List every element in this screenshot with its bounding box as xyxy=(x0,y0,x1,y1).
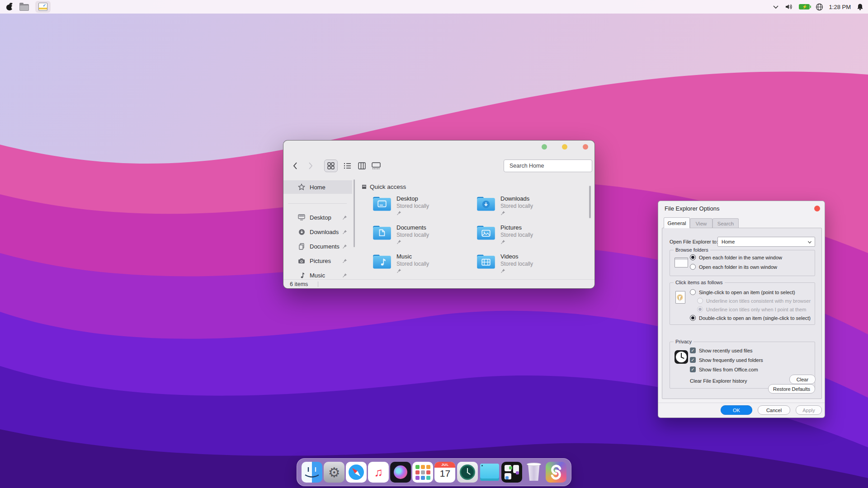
list-view-button[interactable] xyxy=(340,160,354,172)
sidebar-item-desktop[interactable]: Desktop xyxy=(283,211,352,224)
tile-videos[interactable]: Videos Stored locally xyxy=(476,253,580,282)
file-explorer-options-menu-icon[interactable]: ✓ xyxy=(35,1,51,13)
pin-icon xyxy=(500,268,533,273)
file-manager-window: Home Desktop Downloads Document xyxy=(283,140,595,289)
radio-same-window[interactable]: Open each folder in the same window xyxy=(690,254,782,260)
radio-underline-consistent: Underline icon titles consistent with my… xyxy=(697,298,811,304)
pin-icon xyxy=(396,211,429,216)
pin-icon xyxy=(342,258,347,263)
camera-icon xyxy=(298,257,305,264)
tile-documents[interactable]: Documents Stored locally xyxy=(372,224,476,253)
battery-icon[interactable]: ⚡ xyxy=(799,4,810,9)
notifications-bell-icon[interactable] xyxy=(857,3,863,10)
ok-button[interactable]: OK xyxy=(721,405,752,415)
restore-defaults-button[interactable]: Restore Defaults xyxy=(768,384,815,394)
sidebar-item-documents[interactable]: Documents xyxy=(283,240,352,253)
apple-menu-icon[interactable] xyxy=(6,3,13,11)
sidebar-item-downloads[interactable]: Downloads xyxy=(283,225,352,238)
search-input[interactable] xyxy=(504,160,592,172)
clear-button[interactable]: Clear xyxy=(789,375,816,384)
checkbox-icon: ✓ xyxy=(690,347,696,353)
traffic-light-green[interactable] xyxy=(542,144,547,150)
radio-single-click[interactable]: Single-click to open an item (point to s… xyxy=(690,289,795,295)
general-tab-panel: Open File Explorer to: Home Browse folde… xyxy=(662,228,822,399)
download-circle-icon xyxy=(298,228,305,235)
browse-folders-group: Browse folders Open each folder in the s… xyxy=(670,250,815,276)
pin-icon xyxy=(500,239,533,244)
quick-access-icon xyxy=(362,185,366,189)
traffic-light-yellow[interactable] xyxy=(562,144,567,150)
apply-button[interactable]: Apply xyxy=(796,405,822,415)
pin-icon xyxy=(396,239,429,244)
forward-button[interactable] xyxy=(305,160,316,171)
open-to-label: Open File Explorer to: xyxy=(670,239,718,244)
dock-icon-music[interactable]: ♫ xyxy=(368,462,389,483)
menu-bar-clock[interactable]: 1:28 PM xyxy=(829,4,851,10)
radio-icon xyxy=(697,306,703,312)
sidebar-scrollbar[interactable] xyxy=(354,179,355,247)
files-menu-icon[interactable] xyxy=(19,4,29,11)
back-button[interactable] xyxy=(290,160,301,171)
dialog-title: File Explorer Options xyxy=(665,205,719,212)
quick-access-grid: Desktop Stored locally Downloads Stored … xyxy=(372,195,580,282)
checkbox-recent-files[interactable]: ✓ Show recently used files xyxy=(690,347,753,353)
tile-desktop[interactable]: Desktop Stored locally xyxy=(372,195,476,224)
desktop-icon xyxy=(298,214,305,221)
tab-general[interactable]: General xyxy=(664,217,690,228)
quick-access-header: Quick access xyxy=(362,183,406,190)
dock-icon-siri[interactable] xyxy=(390,462,411,483)
dock-icon-stickies[interactable] xyxy=(479,462,500,483)
dock: ⚙ ♫ JUL 17 xyxy=(297,458,571,486)
tile-music[interactable]: Music Stored locally xyxy=(372,253,476,282)
folder-window-icon xyxy=(675,258,688,267)
sidebar-divider xyxy=(288,203,347,204)
sidebar-item-pictures[interactable]: Pictures xyxy=(283,254,352,267)
dock-icon-system-preferences[interactable]: ⚙ xyxy=(324,462,344,483)
dock-icon-finder[interactable] xyxy=(302,462,322,483)
checkbox-office-files[interactable]: ✓ Show files from Office.com xyxy=(690,366,758,372)
checkbox-frequent-folders[interactable]: ✓ Show frequently used folders xyxy=(690,357,763,363)
folder-documents-icon xyxy=(372,224,392,241)
privacy-group: Privacy ✓ Show recently used files ✓ Sho… xyxy=(670,342,815,389)
dock-icon-calendar[interactable]: JUL 17 xyxy=(434,462,455,483)
sidebar-item-home[interactable]: Home xyxy=(283,180,352,194)
dock-icon-time-machine[interactable] xyxy=(457,462,478,483)
dock-icon-mission-control[interactable] xyxy=(501,462,522,483)
pin-icon xyxy=(342,273,347,278)
dock-icon-sync-utility[interactable] xyxy=(546,462,566,483)
checkbox-icon: ✓ xyxy=(690,366,696,372)
tile-downloads[interactable]: Downloads Stored locally xyxy=(476,195,580,224)
radio-underline-point: Underline icon titles only when I point … xyxy=(697,306,806,312)
globe-icon[interactable] xyxy=(816,3,823,11)
radio-icon xyxy=(690,315,696,321)
dock-icon-trash[interactable] xyxy=(524,462,544,483)
status-bar: 6 items xyxy=(283,279,594,288)
cancel-button[interactable]: Cancel xyxy=(758,405,790,415)
columns-view-button[interactable] xyxy=(355,160,368,172)
folder-desktop-icon xyxy=(372,195,392,212)
click-items-group: Click items as follows Single-click to o… xyxy=(670,282,815,325)
dock-icon-launchpad[interactable] xyxy=(412,462,433,483)
dialog-footer-divider xyxy=(658,403,825,403)
pin-icon xyxy=(342,244,347,249)
recent-history-clock-icon xyxy=(675,350,688,364)
chevron-down-icon[interactable] xyxy=(773,5,779,9)
checkbox-icon: ✓ xyxy=(690,357,696,363)
folder-music-icon xyxy=(372,253,392,270)
pin-icon xyxy=(342,215,347,220)
radio-double-click[interactable]: Double-click to open an item (single-cli… xyxy=(690,315,811,321)
traffic-light-red[interactable] xyxy=(583,144,588,150)
radio-icon xyxy=(690,264,696,270)
close-icon[interactable] xyxy=(814,206,820,211)
volume-icon[interactable] xyxy=(785,4,793,10)
radio-own-window[interactable]: Open each folder in its own window xyxy=(690,264,777,270)
tab-search[interactable]: Search xyxy=(712,218,739,228)
tile-pictures[interactable]: Pictures Stored locally xyxy=(476,224,580,253)
open-to-dropdown[interactable]: Home xyxy=(717,237,815,247)
gallery-view-button[interactable] xyxy=(369,160,383,172)
radio-icon xyxy=(690,254,696,260)
grid-view-button[interactable] xyxy=(324,160,338,172)
content-scrollbar[interactable] xyxy=(589,186,591,218)
dock-icon-safari[interactable] xyxy=(346,462,367,483)
tab-view[interactable]: View xyxy=(690,218,712,228)
